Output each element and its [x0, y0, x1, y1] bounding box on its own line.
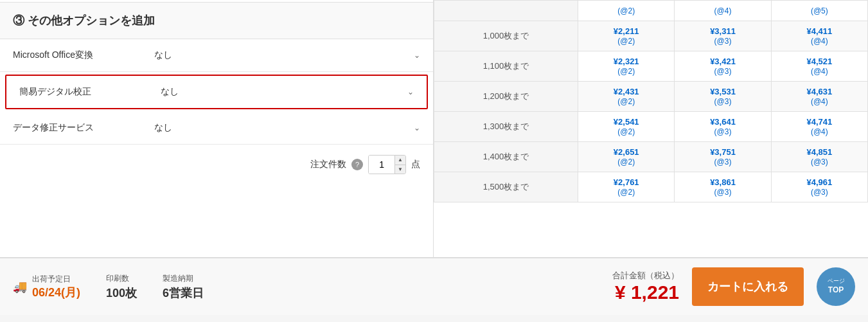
cell-1100-col1: ¥2,321 (@2) — [578, 51, 675, 82]
row-label-1000: 1,000枚まで — [434, 21, 578, 51]
production-value: 6営業日 — [163, 285, 204, 301]
print-count-value: 100枚 — [106, 285, 137, 301]
table-row-1500: 1,500枚まで ¥2,761 (@2) ¥3,861 (@3) ¥4,961 … — [434, 172, 868, 202]
price-table: (@2) (@4) (@5) 1,000枚まで ¥2,211 (@2) ¥3,3… — [434, 0, 868, 202]
chevron-down-icon-2: ⌄ — [407, 87, 414, 96]
col-header-2color: (@2) — [617, 6, 635, 15]
production-label: 製造納期 — [163, 273, 204, 284]
cell-1100-col3: ¥4,521 (@4) — [771, 51, 867, 82]
col-header-4color: (@5) — [811, 6, 828, 15]
unit-label: 点 — [411, 159, 420, 170]
unit-1000-col2: (@3) — [714, 37, 732, 46]
unit-1000-col3: (@4) — [811, 37, 828, 46]
truck-icon: 🚚 — [13, 280, 27, 294]
cell-1500-col1: ¥2,761 (@2) — [578, 172, 675, 202]
footer-right: 合計金額（税込） ¥ 1,221 カートに入れる ページ TOP — [612, 267, 855, 306]
section-title: ③ その他オプションを追加 — [13, 13, 420, 28]
footer: 🚚 出荷予定日 06/24(月) 印刷数 100枚 製造納期 6営業日 合計金額… — [0, 257, 868, 315]
help-icon[interactable]: ? — [351, 159, 363, 170]
total-label: 合計金額（税込） — [612, 270, 679, 282]
top-button-page-label: ページ — [828, 278, 845, 285]
total-section: 合計金額（税込） ¥ 1,221 — [612, 270, 679, 303]
cell-1400-col1: ¥2,651 (@2) — [578, 142, 675, 172]
amount-1000-col1: ¥2,211 — [586, 26, 666, 36]
option-value-data-fix: なし — [154, 122, 414, 134]
top-button[interactable]: ページ TOP — [817, 267, 855, 306]
cell-1100-col2: ¥3,421 (@3) — [675, 51, 771, 82]
quantity-down-button[interactable]: ▼ — [395, 165, 405, 174]
table-row-header-partial: (@2) (@4) (@5) — [434, 1, 868, 21]
table-row-1100: 1,100枚まで ¥2,321 (@2) ¥3,421 (@3) ¥4,521 … — [434, 51, 868, 82]
chevron-down-icon: ⌄ — [414, 51, 420, 60]
option-row-digital-proof[interactable]: 簡易デジタル校正 なし ⌄ — [5, 75, 428, 109]
cell-1300-col1: ¥2,541 (@2) — [578, 112, 675, 142]
shipping-section: 🚚 出荷予定日 06/24(月) — [13, 274, 80, 300]
cell-1500-col2: ¥3,861 (@3) — [675, 172, 771, 202]
print-count-section: 印刷数 100枚 — [106, 273, 137, 301]
right-panel: (@2) (@4) (@5) 1,000枚まで ¥2,211 (@2) ¥3,3… — [434, 0, 868, 257]
table-row-1400: 1,400枚まで ¥2,651 (@2) ¥3,751 (@3) ¥4,851 … — [434, 142, 868, 172]
col-header-3color: (@4) — [714, 6, 732, 15]
row-label-1200: 1,200枚まで — [434, 82, 578, 112]
footer-left: 🚚 出荷予定日 06/24(月) 印刷数 100枚 製造納期 6営業日 — [13, 273, 612, 301]
left-panel: ③ その他オプションを追加 Microsoft Office変換 なし ⌄ 簡易… — [0, 0, 434, 257]
row-label-1100: 1,100枚まで — [434, 51, 578, 82]
row-label-1300: 1,300枚まで — [434, 112, 578, 142]
cell-1400-col3: ¥4,851 (@3) — [771, 142, 867, 172]
cell-1200-col1: ¥2,431 (@2) — [578, 82, 675, 112]
unit-1000-col1: (@2) — [617, 37, 635, 46]
chevron-down-icon-3: ⌄ — [414, 123, 420, 132]
section-header: ③ その他オプションを追加 — [0, 3, 433, 39]
row-label-1400: 1,400枚まで — [434, 142, 578, 172]
quantity-input[interactable] — [369, 156, 394, 174]
cell-1000-col3: ¥4,411 (@4) — [771, 21, 867, 51]
option-row-data-fix[interactable]: データ修正サービス なし ⌄ — [0, 112, 433, 145]
table-row-1300: 1,300枚まで ¥2,541 (@2) ¥3,641 (@3) ¥4,741 … — [434, 112, 868, 142]
production-section: 製造納期 6営業日 — [163, 273, 204, 301]
option-value-ms-office: なし — [154, 49, 414, 61]
cell-1000-col2: ¥3,311 (@3) — [675, 21, 771, 51]
cell-1200-col2: ¥3,531 (@3) — [675, 82, 771, 112]
quantity-input-wrapper[interactable]: ▲ ▼ — [368, 155, 406, 174]
cell-1300-col3: ¥4,741 (@4) — [771, 112, 867, 142]
cell-1200-col3: ¥4,631 (@4) — [771, 82, 867, 112]
option-value-digital-proof: なし — [161, 86, 407, 98]
shipping-date: 06/24(月) — [32, 285, 80, 300]
order-count-label: 注文件数 — [310, 159, 346, 170]
option-row-ms-office[interactable]: Microsoft Office変換 なし ⌄ — [0, 39, 433, 72]
amount-1000-col3: ¥4,411 — [779, 26, 860, 36]
shipping-label: 出荷予定日 — [32, 274, 80, 285]
table-row-1200: 1,200枚まで ¥2,431 (@2) ¥3,531 (@3) ¥4,631 … — [434, 82, 868, 112]
quantity-up-button[interactable]: ▲ — [395, 156, 405, 165]
quantity-arrows: ▲ ▼ — [394, 156, 405, 174]
print-count-label: 印刷数 — [106, 273, 137, 284]
shipping-info: 出荷予定日 06/24(月) — [32, 274, 80, 300]
cell-1500-col3: ¥4,961 (@3) — [771, 172, 867, 202]
cell-1400-col2: ¥3,751 (@3) — [675, 142, 771, 172]
cart-button[interactable]: カートに入れる — [692, 267, 804, 306]
order-count-row: 注文件数 ? ▲ ▼ 点 — [0, 145, 433, 184]
option-label-digital-proof: 簡易デジタル校正 — [19, 86, 161, 98]
cell-1300-col2: ¥3,641 (@3) — [675, 112, 771, 142]
option-label-data-fix: データ修正サービス — [13, 122, 154, 134]
option-label-ms-office: Microsoft Office変換 — [13, 49, 154, 61]
top-button-top-label: TOP — [828, 285, 844, 296]
total-amount: ¥ 1,221 — [612, 282, 679, 303]
row-label-1500: 1,500枚まで — [434, 172, 578, 202]
table-row-1000: 1,000枚まで ¥2,211 (@2) ¥3,311 (@3) ¥4,411 … — [434, 21, 868, 51]
cell-1000-col1: ¥2,211 (@2) — [578, 21, 675, 51]
amount-1000-col2: ¥3,311 — [682, 26, 763, 36]
